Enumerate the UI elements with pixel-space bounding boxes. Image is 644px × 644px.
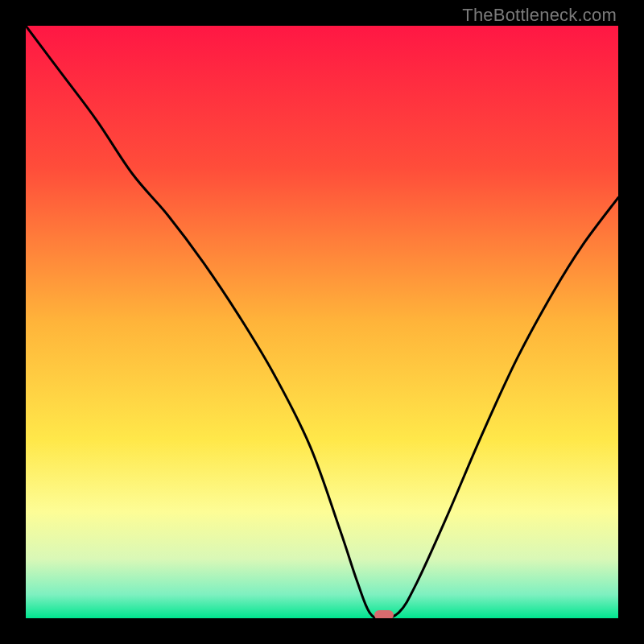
chart-frame: TheBottleneck.com bbox=[0, 0, 644, 644]
curve-layer bbox=[26, 26, 618, 618]
plot-area bbox=[26, 26, 618, 618]
optimal-marker bbox=[374, 610, 394, 618]
bottleneck-curve bbox=[26, 26, 618, 618]
watermark-text: TheBottleneck.com bbox=[462, 5, 617, 26]
